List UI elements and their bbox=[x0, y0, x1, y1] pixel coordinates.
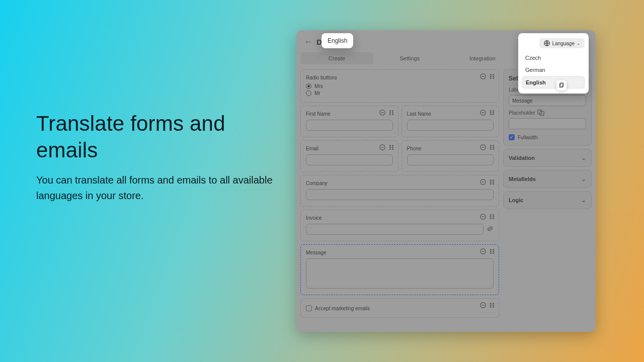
svg-point-6 bbox=[491, 78, 492, 79]
svg-point-10 bbox=[389, 111, 390, 112]
drag-icon[interactable] bbox=[489, 302, 496, 309]
svg-point-46 bbox=[491, 184, 492, 185]
drag-icon[interactable] bbox=[489, 248, 496, 255]
remove-icon[interactable] bbox=[479, 302, 487, 309]
svg-point-55 bbox=[493, 218, 494, 219]
svg-point-4 bbox=[491, 76, 492, 77]
back-icon[interactable]: ← bbox=[304, 37, 312, 46]
company-input[interactable] bbox=[306, 189, 494, 200]
validation-accordion[interactable]: Validation⌄ bbox=[503, 149, 592, 167]
language-dropdown: Language ⌄ Czech German English bbox=[518, 33, 589, 94]
svg-point-2 bbox=[491, 74, 492, 75]
accept-label: Accept marketing emails bbox=[315, 306, 370, 311]
remove-icon[interactable] bbox=[479, 144, 487, 151]
language-option-czech[interactable]: Czech bbox=[522, 52, 585, 63]
drag-icon[interactable] bbox=[489, 144, 496, 151]
svg-point-66 bbox=[491, 303, 492, 304]
svg-point-70 bbox=[491, 307, 492, 308]
remove-icon[interactable] bbox=[379, 144, 386, 151]
svg-point-29 bbox=[392, 147, 393, 148]
language-option-german[interactable]: German bbox=[522, 64, 585, 75]
copy-button[interactable] bbox=[556, 80, 567, 90]
chevron-down-icon: ⌄ bbox=[581, 197, 586, 204]
fullwidth-checkbox[interactable] bbox=[509, 134, 515, 140]
remove-icon[interactable] bbox=[479, 73, 487, 80]
block-accept-marketing[interactable]: Accept marketing emails bbox=[300, 298, 499, 318]
svg-point-59 bbox=[493, 249, 494, 250]
svg-point-45 bbox=[493, 182, 494, 183]
app-window: ← Demo Create Settings Integration Embed… bbox=[296, 30, 596, 332]
metafields-accordion[interactable]: Metafields⌄ bbox=[503, 170, 592, 188]
remove-icon[interactable] bbox=[379, 109, 386, 116]
first-name-input[interactable] bbox=[306, 120, 393, 131]
block-phone[interactable]: Phone bbox=[401, 140, 500, 172]
block-message[interactable]: Message bbox=[300, 244, 499, 295]
svg-point-68 bbox=[491, 305, 492, 306]
svg-point-27 bbox=[392, 145, 393, 146]
last-name-input[interactable] bbox=[407, 120, 494, 131]
svg-point-19 bbox=[493, 111, 494, 112]
logic-accordion[interactable]: Logic⌄ bbox=[503, 191, 592, 209]
svg-point-60 bbox=[491, 251, 492, 252]
svg-point-63 bbox=[493, 253, 494, 254]
tab-settings[interactable]: Settings bbox=[373, 52, 446, 64]
svg-point-11 bbox=[392, 111, 393, 112]
tab-integration[interactable]: Integration bbox=[446, 52, 519, 64]
block-invoice[interactable]: Invoice bbox=[300, 210, 499, 241]
block-last-name[interactable]: Last Name bbox=[401, 106, 500, 137]
svg-point-35 bbox=[493, 145, 494, 146]
link-icon[interactable] bbox=[487, 225, 494, 232]
svg-point-21 bbox=[493, 112, 494, 113]
svg-point-3 bbox=[493, 74, 494, 75]
drag-icon[interactable] bbox=[388, 109, 395, 116]
svg-point-52 bbox=[491, 216, 492, 217]
company-label: Company bbox=[306, 180, 494, 186]
radio-option-mr[interactable]: Mr bbox=[306, 90, 494, 96]
label-input[interactable] bbox=[509, 95, 586, 106]
svg-point-54 bbox=[491, 218, 492, 219]
svg-point-34 bbox=[491, 145, 492, 146]
drag-icon[interactable] bbox=[388, 144, 395, 151]
svg-point-62 bbox=[491, 253, 492, 254]
drag-icon[interactable] bbox=[489, 73, 496, 80]
block-radio[interactable]: Radio buttons Mrs Mr bbox=[300, 69, 499, 103]
svg-point-23 bbox=[493, 114, 494, 115]
block-company[interactable]: Company bbox=[300, 175, 499, 207]
svg-point-12 bbox=[389, 112, 390, 113]
svg-point-36 bbox=[491, 147, 492, 148]
drag-icon[interactable] bbox=[489, 178, 496, 186]
drag-icon[interactable] bbox=[489, 109, 496, 116]
hero-title: Translate forms and emails bbox=[36, 111, 278, 163]
remove-icon[interactable] bbox=[479, 213, 487, 220]
block-first-name[interactable]: First Name bbox=[300, 106, 398, 137]
radio-group-label: Radio buttons bbox=[306, 75, 494, 80]
svg-point-22 bbox=[491, 114, 492, 115]
invoice-input[interactable] bbox=[306, 224, 484, 235]
svg-point-20 bbox=[491, 112, 492, 113]
placeholder-input[interactable] bbox=[509, 118, 586, 129]
drag-icon[interactable] bbox=[489, 213, 496, 220]
current-language-popover[interactable]: English bbox=[321, 33, 353, 48]
tab-create[interactable]: Create bbox=[300, 52, 373, 64]
remove-icon[interactable] bbox=[479, 109, 487, 116]
language-option-english[interactable]: English bbox=[522, 76, 585, 88]
remove-icon[interactable] bbox=[479, 178, 487, 186]
accept-checkbox[interactable] bbox=[306, 305, 312, 311]
language-button[interactable]: Language ⌄ bbox=[539, 38, 585, 48]
svg-point-37 bbox=[493, 147, 494, 148]
chevron-down-icon: ⌄ bbox=[577, 41, 581, 46]
svg-point-69 bbox=[493, 305, 494, 306]
svg-point-13 bbox=[392, 112, 393, 113]
svg-point-18 bbox=[491, 111, 492, 112]
svg-point-67 bbox=[493, 303, 494, 304]
phone-input[interactable] bbox=[407, 154, 494, 165]
svg-point-14 bbox=[389, 114, 390, 115]
svg-point-38 bbox=[491, 149, 492, 150]
svg-point-61 bbox=[493, 251, 494, 252]
radio-option-mrs[interactable]: Mrs bbox=[306, 83, 494, 89]
email-input[interactable] bbox=[306, 154, 393, 165]
message-textarea[interactable] bbox=[306, 258, 494, 289]
form-canvas: Radio buttons Mrs Mr First Name bbox=[300, 69, 499, 318]
remove-icon[interactable] bbox=[479, 248, 487, 255]
block-email[interactable]: Email bbox=[300, 140, 398, 172]
